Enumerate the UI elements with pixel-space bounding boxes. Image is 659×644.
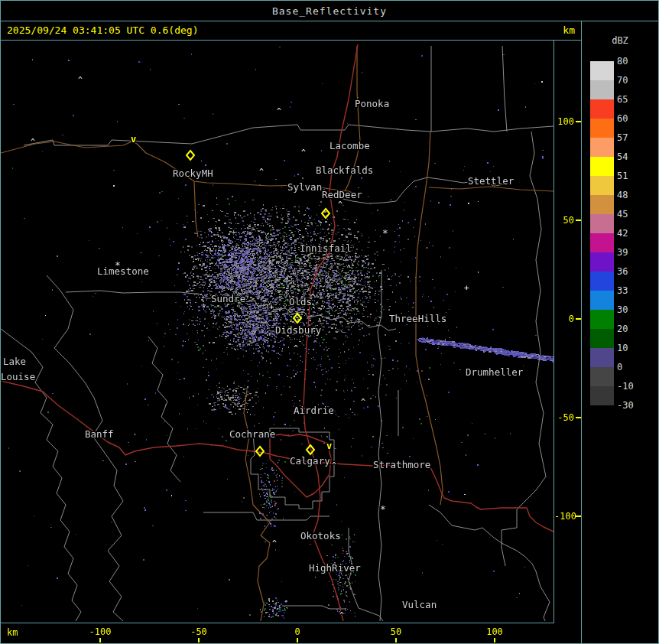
y-axis: 100500-50-100 <box>554 41 581 623</box>
colorbar-tick-label: 20 <box>617 323 652 335</box>
y-tick-mark <box>576 516 581 517</box>
colorbar-swatch <box>590 233 614 252</box>
road-line <box>244 390 270 621</box>
colorbar-swatch <box>590 291 614 310</box>
station-diamond-icon <box>256 447 264 456</box>
colorbar-tick-label: -30 <box>617 399 652 411</box>
road-line <box>194 181 198 237</box>
colorbar-swatch <box>590 252 614 272</box>
colorbar-swatch <box>590 329 614 348</box>
y-tick-label: 100 <box>554 116 574 127</box>
caret-marker-icon: ^ <box>361 398 365 406</box>
colorbar-tick-label: 36 <box>617 265 652 278</box>
city-label: Blackfalds <box>316 164 373 176</box>
x-tick-label: -50 <box>182 626 216 637</box>
caret-marker-icon: ^ <box>31 138 35 146</box>
caret-marker-icon: ^ <box>78 76 83 84</box>
colorbar-swatch <box>590 272 614 291</box>
map-row: vv^^^^^^^^^^^^***++PonokaLacombeBlackfal… <box>1 41 581 623</box>
colorbar-swatch <box>590 176 614 195</box>
x-tick-label: 100 <box>478 626 511 637</box>
colorbar-swatch <box>590 214 614 233</box>
radar-map-viewport[interactable]: vv^^^^^^^^^^^^***++PonokaLacombeBlackfal… <box>1 41 554 623</box>
city-label: Airdrie <box>294 405 334 416</box>
city-label: Olds <box>289 296 312 307</box>
x-tick-label: -100 <box>83 626 117 637</box>
plus-marker-icon: + <box>269 302 274 312</box>
left-section: 2025/09/24 03:41:05 UTC 0.6(deg) km vv^^… <box>1 21 582 643</box>
colorbar-tick-label: 60 <box>617 112 652 125</box>
colorbar-swatch <box>590 386 614 405</box>
city-label: Sylvan <box>287 181 322 193</box>
boundary-line <box>47 275 123 621</box>
city-label: Didsbury <box>275 324 322 336</box>
window-title: Base_Reflectivity <box>272 5 387 17</box>
colorbar-tick-label: 51 <box>617 170 652 182</box>
colorbar-swatch <box>590 99 614 119</box>
colorbar-tick-label: 65 <box>617 93 652 106</box>
colorbar-tick-label: 0 <box>617 361 652 373</box>
colorbar-tick-label: 39 <box>617 246 652 259</box>
city-label: Calgary <box>290 455 330 467</box>
city-label: Stettler <box>468 175 515 187</box>
y-tick-mark <box>576 121 581 122</box>
y-tick-mark <box>576 220 581 221</box>
city-label: HighRiver <box>309 562 361 574</box>
caret-marker-icon: ^ <box>259 168 264 176</box>
colorbar-swatch <box>590 157 614 176</box>
colorbar-swatch <box>590 61 614 80</box>
city-label: Drumheller <box>466 366 524 378</box>
main-area: 2025/09/24 03:41:05 UTC 0.6(deg) km vv^^… <box>1 21 658 643</box>
colorbar-tick-label: 70 <box>617 74 652 86</box>
colorbar-swatch <box>590 119 614 138</box>
map-overlay-layer: vv^^^^^^^^^^^^***++PonokaLacombeBlackfal… <box>1 41 553 623</box>
station-diamond-icon <box>294 314 301 323</box>
y-tick-label: -50 <box>554 412 574 423</box>
road-line <box>429 187 553 191</box>
colorbar-tick-label: 45 <box>617 208 652 220</box>
asterisk-marker-icon: * <box>380 503 386 515</box>
highway-line <box>1 381 322 463</box>
boundary-line <box>251 428 334 509</box>
colorbar-panel: dBZ 807065605754514845423936333020100-10… <box>582 21 658 643</box>
caret-marker-icon: ^ <box>303 262 307 271</box>
y-tick-mark <box>576 318 581 320</box>
city-label: Lake <box>3 356 26 367</box>
colorbar-swatch <box>590 367 614 386</box>
caret-marker-icon: ^ <box>294 344 298 353</box>
caret-marker-icon: ^ <box>338 200 342 209</box>
colorbar-swatch <box>590 195 614 214</box>
vee-marker-icon: v <box>131 134 136 145</box>
x-tick-mark <box>99 638 101 642</box>
city-label: Vulcan <box>402 599 437 610</box>
x-tick-mark <box>297 638 298 642</box>
caret-marker-icon: ^ <box>277 107 281 115</box>
city-label: ThreeHills <box>389 313 446 324</box>
colorbar-tick-label: 80 <box>617 55 652 67</box>
colorbar-tick-label: 42 <box>617 227 652 239</box>
vee-marker-icon: v <box>326 441 332 451</box>
city-label: Louise <box>1 371 35 382</box>
city-label: RedDeer <box>322 189 362 200</box>
x-axis-unit-label: km <box>7 627 18 638</box>
colorbar-tick-label: -10 <box>617 380 652 392</box>
colorbar-swatch <box>590 80 614 99</box>
colorbar-swatch <box>590 310 614 329</box>
info-bar: 2025/09/24 03:41:05 UTC 0.6(deg) km <box>1 21 581 41</box>
colorbar-tick-label: 57 <box>617 132 652 144</box>
x-tick-mark <box>395 638 397 642</box>
colorbar-tick-label: 48 <box>617 189 652 201</box>
timestamp-label: 2025/09/24 03:41:05 UTC 0.6(deg) <box>7 24 198 36</box>
boundary-line <box>24 125 553 145</box>
y-tick-mark <box>576 417 581 418</box>
asterisk-marker-icon: * <box>382 227 388 239</box>
boundary-line <box>378 270 381 621</box>
city-label: Sundre <box>211 293 245 304</box>
boundary-line <box>227 265 242 276</box>
y-tick-label: 0 <box>554 314 574 324</box>
x-tick-label: 50 <box>379 626 413 637</box>
x-tick-mark <box>198 638 200 642</box>
colorbar-tick-label: 33 <box>617 285 652 297</box>
boundary-line <box>282 606 346 609</box>
city-label: Banff <box>85 428 114 440</box>
